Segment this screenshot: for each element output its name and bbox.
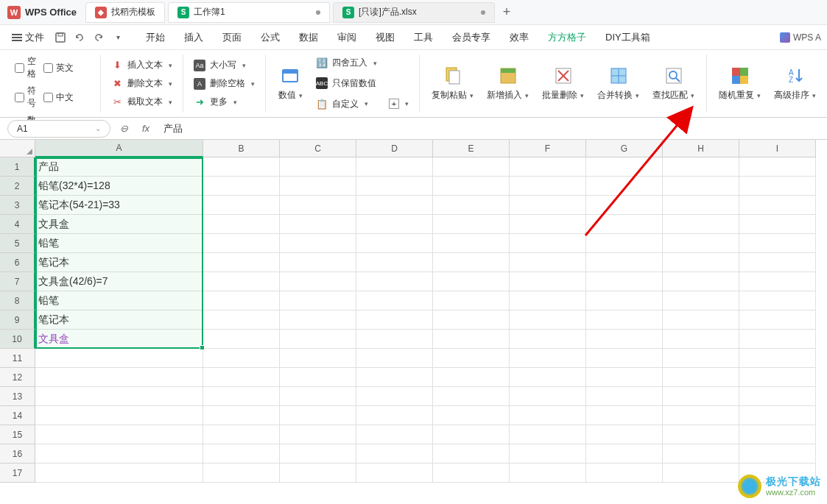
cell-B8[interactable] — [203, 291, 280, 310]
cell-E5[interactable] — [433, 234, 510, 253]
menu-tab-efficiency[interactable]: 效率 — [507, 26, 532, 49]
cell-A11[interactable] — [35, 349, 203, 368]
cell-E7[interactable] — [433, 272, 510, 291]
cell-G17[interactable] — [586, 464, 663, 483]
cell-F1[interactable] — [510, 157, 586, 177]
cell-G4[interactable] — [586, 215, 663, 234]
cell-I3[interactable] — [739, 196, 816, 215]
menu-tab-member[interactable]: 会员专享 — [449, 26, 493, 49]
check-symbol[interactable]: 符号 — [15, 84, 36, 110]
formula-input[interactable]: 产品 — [159, 121, 187, 137]
cell-E14[interactable] — [433, 406, 510, 425]
cell-F16[interactable] — [510, 444, 586, 464]
cell-B13[interactable] — [203, 387, 280, 406]
custom-button[interactable]: 📋自定义▾ — [313, 96, 380, 112]
cell-H15[interactable] — [663, 425, 739, 444]
cell-B3[interactable] — [203, 196, 280, 215]
cell-D6[interactable] — [356, 253, 433, 272]
row-header-16[interactable]: 16 — [0, 444, 35, 464]
menu-tab-page[interactable]: 页面 — [219, 26, 244, 49]
cell-E15[interactable] — [433, 425, 510, 444]
cell-C13[interactable] — [280, 387, 356, 406]
cell-G13[interactable] — [586, 387, 663, 406]
column-header-I[interactable]: I — [739, 140, 816, 157]
cell-D12[interactable] — [356, 368, 433, 387]
cell-D13[interactable] — [356, 387, 433, 406]
cell-H2[interactable] — [663, 177, 739, 196]
cell-C15[interactable] — [280, 425, 356, 444]
cell-E6[interactable] — [433, 253, 510, 272]
cell-C5[interactable] — [280, 234, 356, 253]
row-header-6[interactable]: 6 — [0, 253, 35, 272]
check-space[interactable]: 空格 — [15, 54, 36, 81]
cell-H12[interactable] — [663, 368, 739, 387]
cell-D5[interactable] — [356, 234, 433, 253]
round-button[interactable]: 🔢四舍五入▾ — [313, 55, 380, 71]
cell-G5[interactable] — [586, 234, 663, 253]
cell-H4[interactable] — [663, 215, 739, 234]
cell-G8[interactable] — [586, 291, 663, 310]
menu-tab-view[interactable]: 视图 — [373, 26, 398, 49]
cell-G14[interactable] — [586, 406, 663, 425]
new-add-button[interactable]: 新增插入▾ — [482, 64, 533, 103]
cell-H6[interactable] — [663, 253, 739, 272]
cell-B2[interactable] — [203, 177, 280, 196]
row-header-14[interactable]: 14 — [0, 406, 35, 425]
merge-convert-button[interactable]: 合并转换▾ — [593, 64, 644, 103]
row-header-3[interactable]: 3 — [0, 196, 35, 215]
cell-C3[interactable] — [280, 196, 356, 215]
cell-C2[interactable] — [280, 177, 356, 196]
cell-C7[interactable] — [280, 272, 356, 291]
cell-G1[interactable] — [586, 157, 663, 177]
cell-F6[interactable] — [510, 253, 586, 272]
cell-D8[interactable] — [356, 291, 433, 310]
row-header-4[interactable]: 4 — [0, 215, 35, 234]
column-header-C[interactable]: C — [280, 140, 356, 157]
cancel-formula-button[interactable]: ⊖ — [116, 121, 131, 136]
cell-I13[interactable] — [739, 387, 816, 406]
cell-G10[interactable] — [586, 330, 663, 349]
column-header-B[interactable]: B — [203, 140, 280, 157]
cell-F9[interactable] — [510, 310, 586, 330]
cell-C14[interactable] — [280, 406, 356, 425]
cell-G9[interactable] — [586, 310, 663, 330]
cell-B16[interactable] — [203, 444, 280, 464]
cell-E11[interactable] — [433, 349, 510, 368]
cell-B9[interactable] — [203, 310, 280, 330]
cell-F5[interactable] — [510, 234, 586, 253]
delete-space-button[interactable]: A删除空格▾ — [191, 76, 258, 91]
cell-H1[interactable] — [663, 157, 739, 177]
cell-A4[interactable]: 文具盒 — [35, 215, 203, 234]
fx-button[interactable]: fx — [138, 121, 153, 136]
menu-tab-fanfan[interactable]: 方方格子 — [545, 26, 589, 49]
cell-D3[interactable] — [356, 196, 433, 215]
cell-B6[interactable] — [203, 253, 280, 272]
more-format-button[interactable]: ➜更多▾ — [191, 94, 258, 110]
row-header-15[interactable]: 15 — [0, 425, 35, 444]
cell-A2[interactable]: 铅笔(32*4)=128 — [35, 177, 203, 196]
cell-B10[interactable] — [203, 330, 280, 349]
cell-A15[interactable] — [35, 425, 203, 444]
cell-H9[interactable] — [663, 310, 739, 330]
cell-I10[interactable] — [739, 330, 816, 349]
cell-F12[interactable] — [510, 368, 586, 387]
cell-F13[interactable] — [510, 387, 586, 406]
cell-G7[interactable] — [586, 272, 663, 291]
cell-A9[interactable]: 笔记本 — [35, 310, 203, 330]
cell-F11[interactable] — [510, 349, 586, 368]
new-tab-button[interactable]: + — [496, 2, 517, 23]
cell-F14[interactable] — [510, 406, 586, 425]
cell-B17[interactable] — [203, 464, 280, 483]
cell-H10[interactable] — [663, 330, 739, 349]
cell-C11[interactable] — [280, 349, 356, 368]
save-button[interactable] — [52, 29, 69, 46]
cell-I15[interactable] — [739, 425, 816, 444]
cell-A13[interactable] — [35, 387, 203, 406]
cell-G6[interactable] — [586, 253, 663, 272]
column-header-F[interactable]: F — [510, 140, 586, 157]
cell-E3[interactable] — [433, 196, 510, 215]
wps-ai-button[interactable]: WPS A — [780, 32, 821, 43]
undo-button[interactable] — [71, 29, 88, 46]
copy-paste-button[interactable]: 复制粘贴▾ — [427, 64, 478, 103]
advanced-sort-button[interactable]: AZ高级排序▾ — [770, 64, 820, 103]
